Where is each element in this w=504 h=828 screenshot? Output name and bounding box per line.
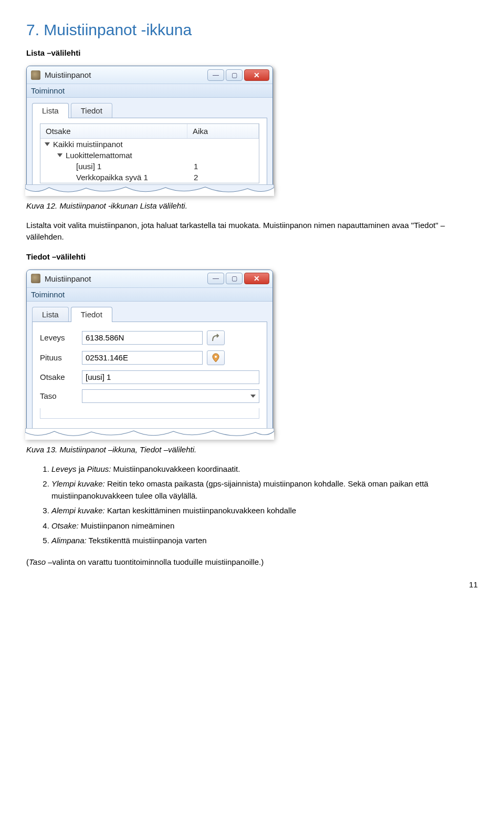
- window-buttons: — ▢ ✕: [207, 69, 269, 81]
- form-row-pituus: Pituus: [40, 350, 259, 365]
- screenshot-lista: Muistiinpanot — ▢ ✕ Toiminnot Lista Tied…: [26, 66, 273, 192]
- tab-lista[interactable]: Lista: [32, 307, 69, 322]
- list-item: Alempi kuvake: Kartan keskittäminen muis…: [51, 505, 478, 517]
- window-title: Muistiinpanot: [45, 274, 207, 283]
- center-map-button[interactable]: [207, 350, 225, 365]
- input-pituus[interactable]: [82, 351, 203, 365]
- section-title: 7. Muistiinpanot -ikkuna: [26, 21, 478, 39]
- window-tiedot: Muistiinpanot — ▢ ✕ Toiminnot Lista Tied…: [26, 270, 273, 436]
- subheading-tiedot: Tiedot –välilehti: [26, 252, 478, 261]
- chevron-down-icon: [250, 395, 256, 398]
- close-button[interactable]: ✕: [244, 69, 269, 81]
- app-icon: [31, 70, 40, 80]
- tree-rows: Kaikki muistiinpanot Luokittelemattomat …: [40, 139, 259, 183]
- tabstrip: Lista Tiedot: [32, 307, 267, 322]
- list-item: Alimpana: Tekstikenttä muistiinpanoja va…: [51, 535, 478, 547]
- label-pituus: Pituus: [40, 353, 82, 362]
- caption-fig12: Kuva 12. Muistiinpanot -ikkunan Lista vä…: [26, 201, 478, 210]
- input-leveys[interactable]: [82, 331, 203, 345]
- paragraph-after-fig12: Listalta voit valita muistiinpanon, jota…: [26, 220, 478, 243]
- numbered-list: Leveys ja Pituus: Muistiinpanokuvakkeen …: [26, 463, 478, 547]
- tree-value: 1: [192, 162, 259, 171]
- col-header-aika[interactable]: Aika: [187, 124, 259, 138]
- label-taso: Taso: [40, 391, 82, 400]
- client-area: Lista Tiedot Otsake Aika Kaikki muistiin…: [27, 98, 272, 191]
- column-headers: Otsake Aika: [40, 124, 259, 139]
- tabstrip: Lista Tiedot: [32, 103, 267, 118]
- maximize-button[interactable]: ▢: [226, 273, 243, 284]
- app-icon: [31, 274, 40, 283]
- caption-fig13: Kuva 13. Muistiinpanot –ikkuna, Tiedot –…: [26, 445, 478, 454]
- window-lista: Muistiinpanot — ▢ ✕ Toiminnot Lista Tied…: [26, 66, 273, 192]
- window-buttons: — ▢ ✕: [207, 273, 269, 284]
- tree-value: 2: [192, 173, 259, 182]
- list-item: Leveys ja Pituus: Muistiinpanokuvakkeen …: [51, 463, 478, 475]
- page-number: 11: [26, 580, 478, 589]
- tree-label: Verkkopaikka syvä 1: [76, 173, 148, 182]
- client-area: Lista Tiedot Leveys Pituus Otsake: [27, 302, 272, 435]
- label-leveys: Leveys: [40, 333, 82, 342]
- form-row-taso: Taso: [40, 389, 259, 403]
- form-row-leveys: Leveys: [40, 330, 259, 345]
- notes-textarea[interactable]: [40, 408, 259, 419]
- menubar[interactable]: Toiminnot: [27, 288, 272, 302]
- tab-tiedot[interactable]: Tiedot: [71, 103, 112, 118]
- list-item: Ylempi kuvake: Reitin teko omasta paikas…: [51, 478, 478, 502]
- tree-label: Kaikki muistiinpanot: [53, 140, 123, 149]
- menubar[interactable]: Toiminnot: [27, 84, 272, 98]
- tree-row-group[interactable]: Luokittelemattomat: [40, 150, 259, 161]
- minimize-button[interactable]: —: [207, 273, 224, 284]
- expand-icon[interactable]: [45, 142, 50, 146]
- titlebar: Muistiinpanot — ▢ ✕: [27, 66, 272, 84]
- tab-lista[interactable]: Lista: [32, 103, 69, 118]
- tree-row-item[interactable]: Verkkopaikka syvä 1 2: [40, 172, 259, 183]
- label-otsake: Otsake: [40, 372, 82, 381]
- maximize-button[interactable]: ▢: [226, 69, 243, 81]
- tree-label: [uusi] 1: [76, 162, 101, 171]
- subheading-lista: Lista –välilehti: [26, 48, 478, 57]
- tree-label: Luokittelemattomat: [66, 151, 132, 160]
- expand-icon[interactable]: [57, 153, 62, 157]
- torn-edge: [25, 184, 274, 196]
- minimize-button[interactable]: —: [207, 69, 224, 81]
- svg-point-0: [215, 356, 217, 358]
- tab-page-lista: Otsake Aika Kaikki muistiinpanot Luokitt…: [32, 118, 267, 191]
- select-taso[interactable]: [82, 389, 259, 403]
- input-otsake[interactable]: [82, 370, 259, 384]
- close-button[interactable]: ✕: [244, 273, 269, 284]
- list-item: Otsake: Muistiinpanon nimeäminen: [51, 520, 478, 532]
- col-header-otsake[interactable]: Otsake: [40, 124, 187, 138]
- tree-row-item[interactable]: [uusi] 1 1: [40, 161, 259, 172]
- window-title: Muistiinpanot: [45, 70, 207, 79]
- tree-row-root[interactable]: Kaikki muistiinpanot: [40, 139, 259, 150]
- tab-tiedot[interactable]: Tiedot: [71, 307, 112, 322]
- torn-edge: [25, 428, 274, 440]
- tab-page-tiedot: Leveys Pituus Otsake Taso: [32, 322, 267, 435]
- route-from-here-button[interactable]: [207, 330, 225, 345]
- titlebar: Muistiinpanot — ▢ ✕: [27, 270, 272, 288]
- footnote: (Taso –valinta on varattu tuontitoiminno…: [26, 556, 478, 568]
- form-row-otsake: Otsake: [40, 370, 259, 384]
- screenshot-tiedot: Muistiinpanot — ▢ ✕ Toiminnot Lista Tied…: [26, 270, 273, 436]
- listbox: Otsake Aika Kaikki muistiinpanot Luokitt…: [40, 123, 259, 183]
